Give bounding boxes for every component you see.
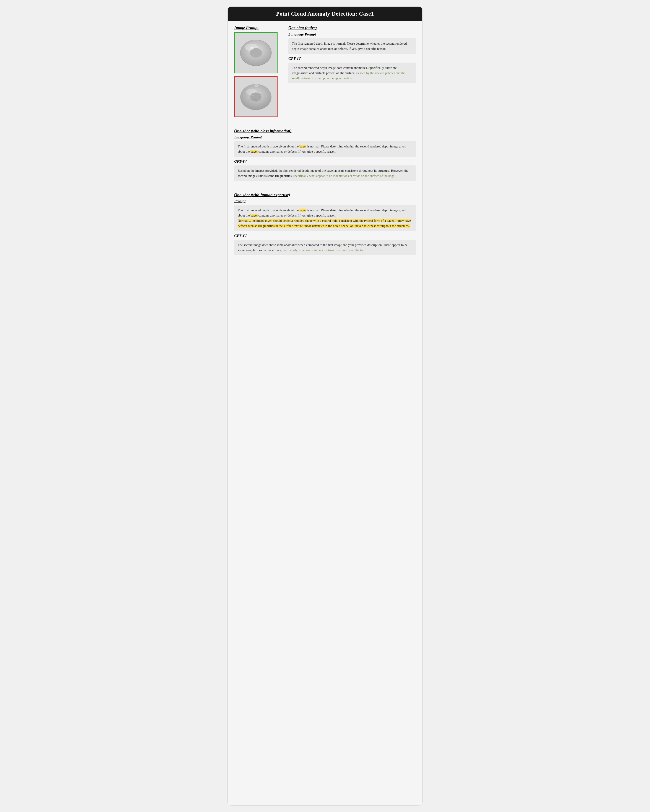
normal-image-box xyxy=(234,32,278,73)
prompt-heading-3: Prompt xyxy=(234,199,416,203)
p3-before1: The first rendered depth image given abo… xyxy=(238,209,300,212)
language-prompt-heading-1: Language Prompt xyxy=(288,32,416,37)
svg-point-10 xyxy=(250,92,262,102)
gpt4v-heading-1: GPT-4V xyxy=(288,56,416,61)
p3-highlight-block: Normally, the image given should depict … xyxy=(238,219,411,227)
lp2-before1: The first rendered depth image given abo… xyxy=(238,145,300,148)
svg-point-8 xyxy=(254,84,259,87)
gpt4v-response-2: Based on the images provided, the first … xyxy=(234,165,416,181)
prompt-text-3: The first rendered depth image given abo… xyxy=(234,205,416,231)
lp2-after2: contains anomalies or defects. If yes, g… xyxy=(258,150,336,153)
gpt4v-text-highlight-3: particularly what seems to be a protrusi… xyxy=(283,248,365,252)
gpt4v-response-1: The second rendered depth image does con… xyxy=(288,63,416,83)
image-prompt-heading: Image Prompt xyxy=(234,25,282,30)
oneshot-naive-right-col: One-shot (naive) Language Prompt The fir… xyxy=(288,25,416,120)
section-oneshot-naive: Image Prompt xyxy=(234,25,416,124)
svg-point-11 xyxy=(252,95,254,96)
p3-highlight1: bagel xyxy=(300,209,306,212)
lp2-highlight1: bagel xyxy=(300,145,306,148)
gpt4v-response-3: The second image does show some anomalie… xyxy=(234,240,416,255)
section-oneshot-expertise: One-shot (with human expertise) Prompt T… xyxy=(234,188,416,262)
page-container: Point Cloud Anomaly Detection: Case1 Ima… xyxy=(228,6,422,806)
anomaly-donut-svg xyxy=(237,79,274,114)
section-oneshot-class: One-shot (with class information) Langua… xyxy=(234,124,416,188)
language-prompt-heading-2: Language Prompt xyxy=(234,135,416,139)
page-title: Point Cloud Anomaly Detection: Case1 xyxy=(228,7,422,21)
p3-after: contains anomalies or defects. If yes, g… xyxy=(258,214,336,217)
gpt4v-heading-2: GPT-4V xyxy=(234,159,416,164)
p3-highlight2: bagel xyxy=(251,214,257,217)
normal-donut-svg xyxy=(237,35,274,70)
gpt4v-heading-3: GPT-4V xyxy=(234,234,416,238)
svg-point-4 xyxy=(250,47,254,50)
section2-title: One-shot (with class information) xyxy=(234,129,416,133)
language-prompt-text-1: The first rendered depth image is normal… xyxy=(288,38,416,54)
oneshot-naive-heading: One-shot (naive) xyxy=(288,25,416,30)
gpt4v-text-highlight-2: specifically what appear to be indentati… xyxy=(294,174,396,177)
image-prompt-col: Image Prompt xyxy=(234,25,282,120)
section3-title: One-shot (with human expertise) xyxy=(234,192,416,197)
page-title-text: Point Cloud Anomaly Detection: Case1 xyxy=(276,11,374,17)
anomaly-image-box xyxy=(234,76,278,117)
language-prompt-text-2: The first rendered depth image given abo… xyxy=(234,141,416,157)
language-prompt-content-1: The first rendered depth image is normal… xyxy=(292,42,407,50)
lp2-highlight2: bagel xyxy=(251,150,257,153)
main-content: Image Prompt xyxy=(228,21,422,269)
